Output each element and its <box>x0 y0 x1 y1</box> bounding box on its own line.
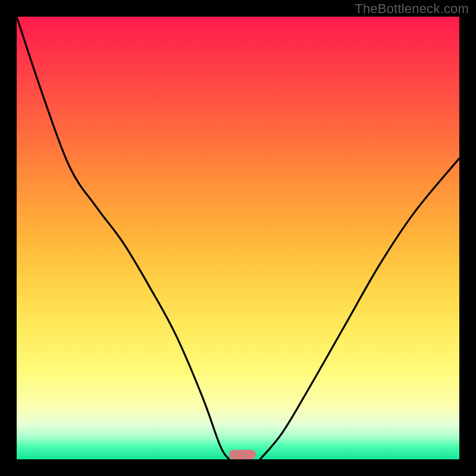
curve-layer <box>17 17 459 459</box>
watermark-text: TheBottleneck.com <box>355 1 469 17</box>
right-curve <box>260 158 459 459</box>
plot-area <box>17 17 459 459</box>
left-curve <box>17 17 229 459</box>
chart-frame: TheBottleneck.com <box>0 0 476 476</box>
bottleneck-marker <box>229 450 256 459</box>
